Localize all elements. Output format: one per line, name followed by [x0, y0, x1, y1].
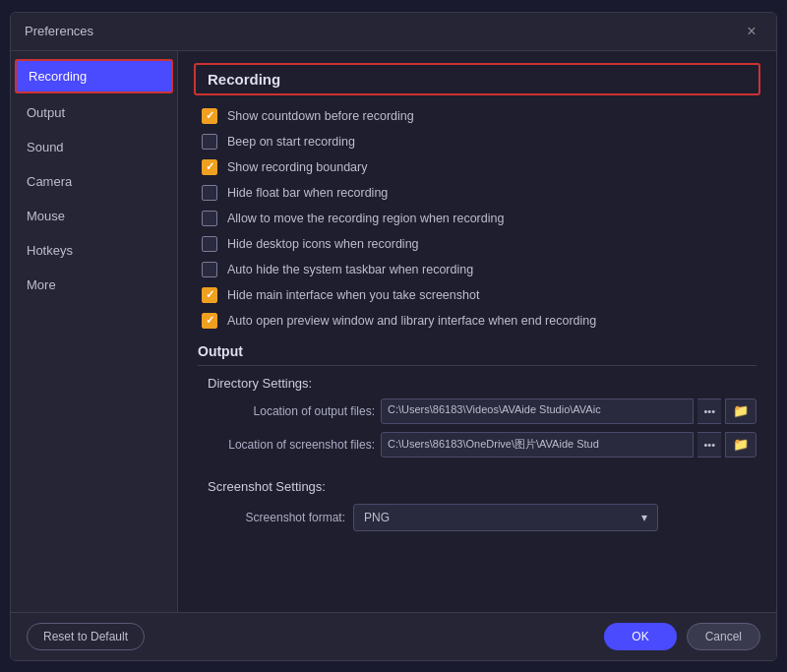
- checkbox-taskbar[interactable]: [202, 262, 217, 277]
- checkbox-row-floatbar: Hide float bar when recording: [178, 180, 776, 206]
- checkbox-row-maininterface: Hide main interface when you take screen…: [178, 282, 776, 308]
- recording-section-title: Recording: [194, 63, 760, 95]
- output-files-input[interactable]: C:\Users\86183\Videos\AVAide Studio\AVAi…: [381, 398, 694, 424]
- checkbox-row-preview: Auto open preview window and library int…: [178, 308, 776, 334]
- chevron-down-icon: ▾: [641, 511, 647, 524]
- checkbox-beep-label: Beep on start recording: [227, 135, 355, 149]
- checkbox-desktopicons-label: Hide desktop icons when recording: [227, 237, 419, 251]
- checkbox-row-countdown: Show countdown before recording: [178, 103, 776, 129]
- sidebar-item-camera[interactable]: Camera: [11, 164, 177, 199]
- checkbox-row-moveregion: Allow to move the recording region when …: [178, 206, 776, 231]
- output-files-row: Location of output files: C:\Users\86183…: [198, 398, 757, 424]
- output-files-dots-button[interactable]: •••: [697, 398, 721, 424]
- screenshot-files-input[interactable]: C:\Users\86183\OneDrive\图片\AVAide Stud: [381, 432, 694, 458]
- checkbox-taskbar-label: Auto hide the system taskbar when record…: [227, 263, 473, 276]
- checkbox-floatbar-label: Hide float bar when recording: [227, 186, 388, 200]
- screenshot-files-row: Location of screenshot files: C:\Users\8…: [198, 432, 757, 458]
- format-value: PNG: [364, 511, 390, 524]
- checkbox-floatbar[interactable]: [202, 185, 217, 201]
- sidebar-item-mouse[interactable]: Mouse: [11, 199, 177, 233]
- main-content: Recording Show countdown before recordin…: [178, 51, 776, 612]
- cancel-button[interactable]: Cancel: [687, 623, 760, 650]
- directory-settings-title: Directory Settings:: [198, 376, 757, 391]
- checkbox-row-beep: Beep on start recording: [178, 129, 776, 154]
- checkbox-moveregion-label: Allow to move the recording region when …: [227, 212, 504, 225]
- sidebar-item-sound[interactable]: Sound: [11, 130, 177, 164]
- screenshot-settings-title: Screenshot Settings:: [198, 479, 757, 494]
- output-files-input-wrap: C:\Users\86183\Videos\AVAide Studio\AVAi…: [381, 398, 757, 424]
- sidebar-item-hotkeys[interactable]: Hotkeys: [11, 233, 177, 268]
- sidebar-item-more[interactable]: More: [11, 268, 177, 302]
- title-bar: Preferences ×: [11, 13, 776, 51]
- checkbox-row-taskbar: Auto hide the system taskbar when record…: [178, 257, 776, 282]
- checkbox-countdown[interactable]: [202, 108, 217, 124]
- preferences-dialog: Preferences × Recording Output Sound Cam…: [10, 12, 777, 661]
- folder-icon: 📁: [733, 403, 749, 418]
- checkbox-row-desktopicons: Hide desktop icons when recording: [178, 231, 776, 257]
- screenshot-settings-section: Screenshot Settings: Screenshot format: …: [178, 471, 776, 545]
- dialog-footer: Reset to Default OK Cancel: [11, 612, 776, 660]
- dialog-body: Recording Output Sound Camera Mouse Hotk…: [11, 51, 776, 612]
- checkbox-row-boundary: Show recording boundary: [178, 154, 776, 180]
- screenshot-files-folder-button[interactable]: 📁: [725, 432, 757, 458]
- checkbox-countdown-label: Show countdown before recording: [227, 109, 414, 123]
- output-files-folder-button[interactable]: 📁: [725, 398, 757, 424]
- screenshot-format-select[interactable]: PNG ▾: [353, 504, 658, 531]
- checkbox-desktopicons[interactable]: [202, 236, 217, 252]
- folder-icon-2: 📁: [733, 437, 749, 452]
- screenshot-format-label: Screenshot format:: [208, 511, 345, 524]
- sidebar-item-recording[interactable]: Recording: [15, 59, 173, 93]
- checkbox-moveregion[interactable]: [202, 211, 217, 226]
- checkbox-beep[interactable]: [202, 134, 217, 150]
- close-button[interactable]: ×: [741, 21, 762, 42]
- output-section: Output Directory Settings: Location of o…: [178, 334, 776, 471]
- checkbox-preview[interactable]: [202, 313, 217, 329]
- footer-right-buttons: OK Cancel: [604, 623, 760, 650]
- checkbox-maininterface[interactable]: [202, 287, 217, 303]
- ok-button[interactable]: OK: [604, 623, 676, 650]
- reset-to-default-button[interactable]: Reset to Default: [27, 623, 145, 650]
- checkbox-boundary-label: Show recording boundary: [227, 160, 367, 174]
- sidebar-item-output[interactable]: Output: [11, 95, 177, 130]
- checkbox-maininterface-label: Hide main interface when you take screen…: [227, 288, 479, 302]
- checkbox-preview-label: Auto open preview window and library int…: [227, 314, 596, 328]
- output-files-label: Location of output files:: [208, 404, 375, 418]
- screenshot-files-input-wrap: C:\Users\86183\OneDrive\图片\AVAide Stud •…: [381, 432, 757, 458]
- screenshot-files-label: Location of screenshot files:: [208, 438, 375, 452]
- screenshot-format-row: Screenshot format: PNG ▾: [198, 504, 757, 531]
- dialog-title: Preferences: [25, 24, 93, 38]
- screenshot-files-dots-button[interactable]: •••: [697, 432, 721, 458]
- sidebar: Recording Output Sound Camera Mouse Hotk…: [11, 51, 178, 612]
- output-section-title: Output: [198, 343, 757, 366]
- checkbox-boundary[interactable]: [202, 159, 217, 175]
